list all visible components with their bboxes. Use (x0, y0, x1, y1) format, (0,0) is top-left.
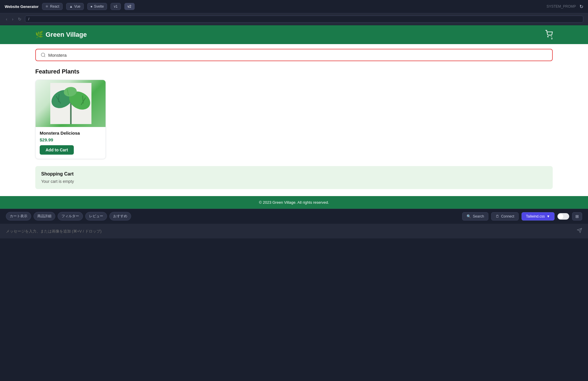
send-icon (577, 228, 582, 233)
gv-main: Featured Plants (0, 66, 588, 166)
bottom-actions: 🔍 Search 🗒 Connect Tailwind.css ▼ ⊞ (462, 212, 582, 220)
product-name: Monstera Deliciosa (40, 131, 101, 136)
bottom-chips: カート表示 商品詳細 フィルター レビュー おすすめ (6, 212, 131, 220)
gv-search-box (35, 49, 553, 61)
send-button[interactable] (577, 228, 582, 234)
gv-logo: 🌿 Green Village (35, 31, 87, 39)
nav-refresh-btn[interactable]: ↻ (17, 16, 23, 22)
message-input[interactable] (6, 229, 577, 233)
gv-cart-section: Shopping Cart Your cart is empty (0, 166, 588, 196)
message-bar (0, 223, 588, 238)
gv-search-wrap (0, 44, 588, 66)
bottom-toolbar: カート表示 商品詳細 フィルター レビュー おすすめ 🔍 Search 🗒 Co… (0, 209, 588, 223)
toggle-knob (558, 214, 563, 219)
product-price: $29.99 (40, 137, 101, 142)
grid-icon-btn[interactable]: ⊞ (572, 212, 582, 220)
top-bar: Website Generator ⚛ React ▲ Vue ● Svelte… (0, 0, 588, 13)
cart-empty-message: Your cart is empty (41, 179, 547, 184)
react-icon: ⚛ (45, 4, 49, 9)
product-info: Monstera Deliciosa $29.99 Add to Cart (36, 127, 106, 159)
products-grid: Monstera Deliciosa $29.99 Add to Cart (35, 80, 553, 159)
search-input[interactable] (48, 53, 547, 58)
toggle-button[interactable] (557, 213, 569, 220)
gv-footer: © 2023 Green Village. All rights reserve… (0, 196, 588, 209)
monstera-plant-svg (50, 83, 91, 124)
website-frame: 🌿 Green Village 0 Featured Plants (0, 25, 588, 209)
search-btn[interactable]: 🔍 Search (462, 212, 488, 220)
svg-line-3 (44, 56, 45, 57)
search-btn-icon: 🔍 (467, 214, 471, 218)
svg-point-2 (41, 53, 45, 56)
chip-product-detail[interactable]: 商品詳細 (34, 212, 55, 220)
product-card: Monstera Deliciosa $29.99 Add to Cart (35, 80, 106, 159)
vue-icon: ▲ (69, 4, 73, 9)
nav-back-btn[interactable]: ‹ (5, 16, 9, 22)
add-to-cart-button[interactable]: Add to Cart (40, 145, 74, 155)
leaf-icon: 🌿 (35, 31, 43, 39)
top-bar-left: Website Generator ⚛ React ▲ Vue ● Svelte… (5, 3, 135, 10)
browser-bar: ‹ › ↻ (0, 13, 588, 25)
tailwind-chevron-icon: ▼ (547, 214, 550, 218)
app-title: Website Generator (5, 4, 39, 9)
nav-forward-btn[interactable]: › (11, 16, 15, 22)
chip-review[interactable]: レビュー (85, 212, 107, 220)
tailwind-btn[interactable]: Tailwind.css ▼ (522, 212, 554, 220)
svelte-icon: ● (91, 4, 93, 9)
search-btn-label: Search (473, 214, 484, 218)
v2-btn[interactable]: v2 (124, 3, 135, 10)
top-refresh-icon[interactable]: ↻ (579, 4, 583, 9)
cart-box: Shopping Cart Your cart is empty (35, 166, 553, 189)
search-icon (41, 52, 46, 58)
react-framework-btn[interactable]: ⚛ React (42, 3, 62, 10)
cart-icon-wrap[interactable]: 0 (545, 30, 553, 39)
v1-btn[interactable]: v1 (111, 3, 121, 10)
svelte-framework-btn[interactable]: ● Svelte (87, 3, 107, 10)
cart-title: Shopping Cart (41, 171, 547, 177)
connect-btn-icon: 🗒 (496, 214, 499, 218)
gv-header: 🌿 Green Village 0 (0, 25, 588, 44)
connect-btn-label: Connect (501, 214, 514, 218)
grid-icon: ⊞ (575, 214, 579, 219)
footer-text: © 2023 Green Village. All rights reserve… (259, 200, 329, 205)
chip-recommended[interactable]: おすすめ (109, 212, 131, 220)
cart-badge: 0 (550, 36, 554, 41)
tailwind-btn-label: Tailwind.css (526, 214, 545, 218)
connect-btn[interactable]: 🗒 Connect (491, 212, 519, 220)
product-image (36, 80, 106, 127)
url-bar[interactable] (25, 16, 583, 23)
featured-plants-title: Featured Plants (35, 68, 553, 75)
chip-filter[interactable]: フィルター (58, 212, 83, 220)
chip-cart[interactable]: カート表示 (6, 212, 31, 220)
svg-point-0 (548, 36, 548, 37)
system-label: SYSTEM_PROMP ↻ (547, 4, 583, 9)
vue-framework-btn[interactable]: ▲ Vue (66, 3, 84, 10)
